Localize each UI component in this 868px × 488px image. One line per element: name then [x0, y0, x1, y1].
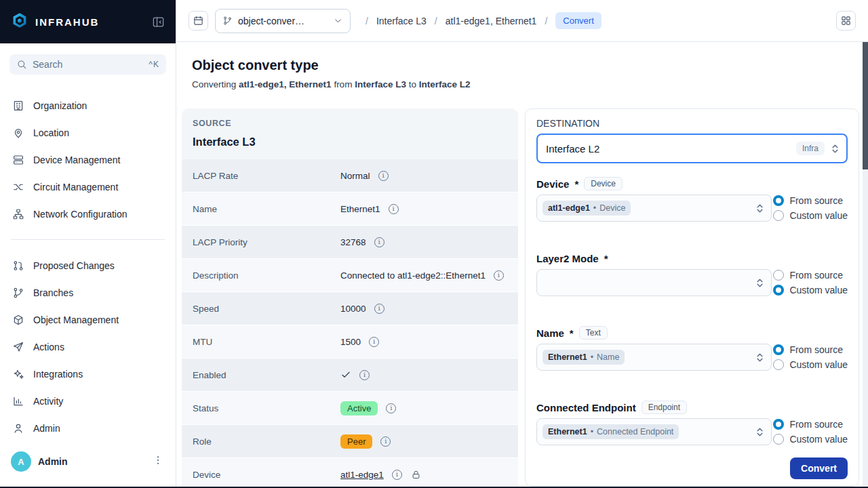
breadcrumb-item-object[interactable]: atl1-edge1, Ethernet1 — [446, 16, 537, 26]
search-input[interactable]: Search ^K — [9, 54, 166, 75]
info-icon[interactable] — [374, 304, 384, 314]
sidebar-item-branches[interactable]: Branches — [7, 279, 169, 306]
destination-type-select[interactable]: Interface L2 Infra — [536, 134, 848, 163]
from-source-radio[interactable]: From source — [773, 195, 848, 207]
sidebar-item-activity[interactable]: Activity — [7, 388, 169, 415]
table-row: LACP Priority 32768 — [182, 226, 518, 259]
name-select[interactable]: Ethernet1 • Name — [536, 344, 772, 371]
info-icon[interactable] — [386, 403, 396, 413]
custom-value-radio[interactable]: Custom value — [773, 433, 848, 445]
sidebar-item-circuit-management[interactable]: Circuit Management — [7, 174, 169, 201]
user-menu-kebab-icon[interactable] — [153, 455, 163, 468]
selected-value-chip: atl1-edge1 • Device — [542, 201, 631, 216]
required-asterisk: * — [574, 178, 578, 190]
info-icon[interactable] — [374, 237, 384, 247]
breadcrumb-item-schema[interactable]: Interface L3 — [376, 16, 427, 26]
layer2-mode-select[interactable] — [536, 269, 772, 296]
table-row: Speed 10000 — [182, 292, 518, 325]
from-source-radio[interactable]: From source — [773, 418, 848, 430]
select-stepper-icon — [755, 203, 765, 214]
radio-icon — [773, 359, 784, 370]
sidebar-item-label: Branches — [33, 287, 73, 298]
time-travel-button[interactable] — [189, 11, 208, 30]
info-icon[interactable] — [392, 470, 402, 480]
info-icon[interactable] — [369, 337, 379, 347]
chevron-down-icon — [333, 16, 343, 26]
field-layer2-mode: Layer2 Mode * From source — [536, 251, 848, 296]
destination-panel: DESTINATION Interface L2 Infra Device * … — [525, 108, 859, 487]
role-badge: Peer — [340, 434, 372, 449]
radio-icon — [773, 195, 784, 206]
info-icon[interactable] — [389, 204, 399, 214]
field-row: Ethernet1 • Connected Endpoint From sour… — [536, 418, 848, 445]
destination-type-value: Interface L2 — [546, 143, 791, 155]
device-select[interactable]: atl1-edge1 • Device — [536, 195, 772, 222]
avatar: A — [11, 451, 31, 472]
sidebar-item-label: Admin — [33, 423, 60, 434]
required-asterisk: * — [604, 253, 608, 264]
radio-icon — [773, 210, 784, 221]
table-row: MTU 1500 — [182, 325, 518, 359]
sidebar-item-network-configuration[interactable]: Network Configuration — [7, 201, 169, 228]
from-source-radio[interactable]: From source — [773, 269, 848, 281]
info-icon[interactable] — [494, 270, 504, 281]
custom-value-radio[interactable]: Custom value — [773, 209, 848, 222]
destination-panel-label: DESTINATION — [536, 119, 848, 128]
kind-badge: Text — [579, 326, 608, 340]
select-stepper-icon — [755, 352, 765, 363]
chip-separator: • — [591, 352, 593, 362]
scrollbar-thumb[interactable] — [863, 42, 868, 169]
chip-suffix: Name — [597, 352, 619, 362]
selected-value-chip: Ethernet1 • Connected Endpoint — [542, 424, 679, 439]
collapse-sidebar-icon[interactable] — [150, 14, 166, 30]
branch-selector[interactable]: object-conver… — [215, 9, 351, 33]
sidebar-divider — [11, 239, 165, 240]
custom-value-radio[interactable]: Custom value — [773, 284, 848, 296]
custom-value-radio[interactable]: Custom value — [773, 359, 848, 371]
sidebar-item-integrations[interactable]: Integrations — [7, 361, 169, 388]
field-label-row: Name * Text — [536, 326, 848, 340]
sidebar-item-proposed-changes[interactable]: Proposed Changes — [7, 252, 169, 279]
sidebar-nav: Organization Location Device Management … — [0, 75, 176, 442]
sidebar-item-admin[interactable]: Admin — [7, 415, 169, 442]
info-icon[interactable] — [359, 370, 370, 380]
field-row: Ethernet1 • Name From source — [536, 344, 848, 371]
row-label: Enabled — [193, 370, 340, 380]
chip-suffix: Connected Endpoint — [597, 427, 673, 436]
user-name: Admin — [38, 456, 68, 467]
breadcrumb-separator: / — [366, 16, 368, 26]
sidebar-item-organization[interactable]: Organization — [7, 92, 169, 119]
sidebar-header: INFRAHUB — [0, 0, 176, 43]
row-value: 1500 — [340, 337, 361, 347]
row-label: MTU — [193, 337, 340, 347]
sparkles-icon — [12, 368, 24, 380]
page-subtitle: Converting atl1-edge1, Ethernet1 from In… — [192, 79, 868, 91]
field-label-row: Connected Endpoint Endpoint — [536, 401, 848, 414]
apps-menu-button[interactable] — [836, 11, 856, 30]
row-label: Device — [193, 470, 340, 480]
convert-row: Convert — [536, 458, 848, 479]
sidebar-item-location[interactable]: Location — [7, 119, 169, 146]
row-label: Role — [193, 436, 340, 447]
connected-endpoint-select[interactable]: Ethernet1 • Connected Endpoint — [536, 418, 772, 445]
table-row: Role Peer — [182, 425, 518, 458]
sidebar-item-label: Integrations — [33, 369, 83, 380]
info-icon[interactable] — [380, 436, 391, 447]
user-icon — [12, 422, 24, 434]
sidebar-item-object-management[interactable]: Object Management — [7, 306, 169, 333]
field-label: Name — [536, 327, 564, 339]
chip-separator: • — [591, 427, 593, 436]
select-stepper-icon — [755, 278, 765, 288]
info-icon[interactable] — [378, 171, 389, 181]
sidebar-item-device-management[interactable]: Device Management — [7, 146, 169, 174]
sidebar-item-label: Circuit Management — [33, 182, 118, 192]
field-name: Name * Text Ethernet1 • Name — [536, 326, 848, 371]
chip-separator: • — [593, 203, 596, 213]
sidebar-item-label: Actions — [33, 342, 64, 352]
from-source-radio[interactable]: From source — [773, 344, 848, 356]
device-link[interactable]: atl1-edge1 — [340, 470, 384, 480]
sidebar-item-actions[interactable]: Actions — [7, 333, 169, 361]
value-mode-radios: From source Custom value — [773, 344, 848, 371]
convert-button[interactable]: Convert — [790, 458, 848, 479]
row-label: Status — [193, 403, 340, 413]
